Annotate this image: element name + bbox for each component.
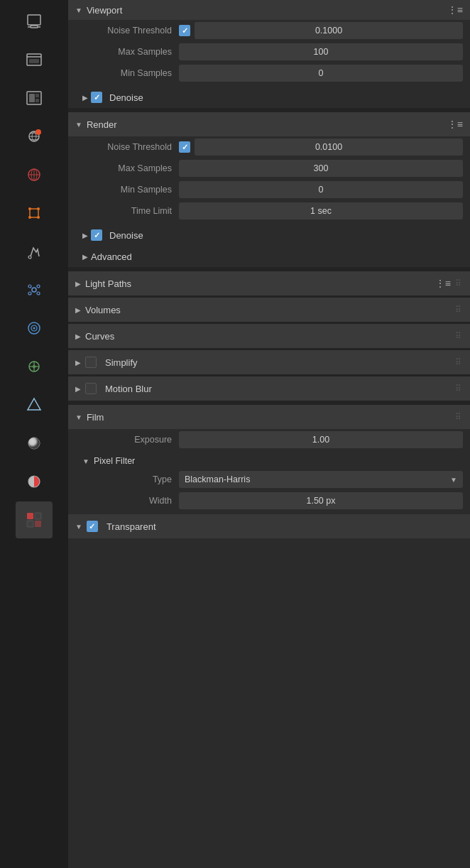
render-section: ▼ Render ⋮≡ Noise Threshold ✓ 0.0100 Max… [68, 112, 470, 267]
simplify-title: Simplify [105, 357, 138, 368]
motion-blur-section[interactable]: ▶ Motion Blur ⠿ [68, 376, 470, 401]
svg-rect-8 [29, 94, 35, 102]
sidebar-item-constraints[interactable] [16, 348, 53, 385]
render-max-samples-label: Max Samples [80, 163, 179, 173]
sidebar [0, 0, 68, 868]
render-denoise-row[interactable]: ▶ ✓ Denoise [68, 224, 470, 246]
simplify-checkbox[interactable] [85, 357, 97, 368]
viewport-max-samples-value[interactable]: 100 [179, 43, 463, 60]
volumes-title: Volumes [85, 305, 121, 315]
film-type-row: Type Blackman-Harris ▼ [68, 469, 470, 490]
viewport-min-samples-row: Min Samples 0 [68, 63, 470, 84]
viewport-max-samples-label: Max Samples [80, 47, 179, 57]
viewport-menu-icon[interactable]: ⋮≡ [447, 4, 463, 16]
svg-rect-10 [35, 99, 39, 102]
sidebar-item-output[interactable] [16, 41, 53, 78]
film-type-dropdown[interactable]: Blackman-Harris ▼ [179, 471, 463, 488]
volumes-section[interactable]: ▶ Volumes ⠿ [68, 298, 470, 322]
render-icon [24, 11, 44, 31]
render-advanced-arrow: ▶ [82, 253, 88, 261]
dropdown-chevron-icon: ▼ [450, 476, 457, 484]
simplify-section[interactable]: ▶ Simplify ⠿ [68, 350, 470, 374]
svg-point-19 [28, 207, 31, 210]
viewport-min-samples-value[interactable]: 0 [179, 65, 463, 82]
render-denoise-arrow: ▶ [82, 232, 88, 239]
svg-rect-0 [28, 15, 40, 25]
render-menu-icon[interactable]: ⋮≡ [447, 119, 463, 130]
physics-icon [24, 318, 44, 338]
output-icon [24, 50, 44, 70]
sidebar-item-particles[interactable] [16, 271, 53, 308]
film-width-row: Width 1.50 px [68, 490, 470, 511]
svg-rect-41 [27, 521, 33, 527]
render-props-icon [24, 510, 44, 530]
film-width-value[interactable]: 1.50 px [179, 492, 463, 509]
film-header[interactable]: ▼ Film ⠿ [68, 405, 470, 429]
main-content: ▼ Viewport ⋮≡ Noise Threshold ✓ 0.1000 M… [68, 0, 470, 868]
render-max-samples-value[interactable]: 300 [179, 160, 463, 177]
viewport-noise-threshold-checkbox[interactable]: ✓ [179, 25, 190, 36]
render-collapse-arrow: ▼ [75, 121, 82, 129]
render-noise-threshold-label: Noise Threshold [80, 142, 179, 152]
sidebar-item-render-props[interactable] [16, 501, 53, 538]
render-time-limit-label: Time Limit [80, 206, 179, 216]
pixel-filter-header[interactable]: ▼ Pixel Filter [68, 453, 470, 469]
light-paths-grid-icon: ⠿ [455, 278, 463, 288]
motion-blur-arrow: ▶ [75, 385, 81, 393]
viewport-noise-threshold-value[interactable]: 0.1000 [195, 22, 463, 39]
viewport-header[interactable]: ▼ Viewport ⋮≡ [68, 0, 470, 20]
sidebar-item-shader[interactable] [16, 463, 53, 500]
viewport-denoise-checkbox[interactable]: ✓ [91, 92, 102, 103]
sidebar-item-world[interactable] [16, 156, 53, 193]
viewport-noise-threshold-label: Noise Threshold [80, 26, 179, 36]
film-exposure-row: Exposure 1.00 [68, 429, 470, 450]
render-min-samples-value[interactable]: 0 [179, 181, 463, 198]
sidebar-item-material[interactable] [16, 425, 53, 462]
viewport-noise-threshold-row: Noise Threshold ✓ 0.1000 [68, 20, 470, 41]
constraints-icon [24, 357, 44, 376]
film-exposure-value[interactable]: 1.00 [179, 431, 463, 448]
sidebar-item-modifier[interactable] [16, 233, 53, 270]
shader-icon [24, 472, 44, 492]
curves-grid-icon: ⠿ [455, 331, 463, 341]
svg-marker-36 [28, 398, 40, 410]
light-paths-title: Light Paths [85, 278, 131, 289]
scene-icon [24, 126, 44, 146]
render-header[interactable]: ▼ Render ⋮≡ [68, 112, 470, 136]
svg-point-35 [33, 365, 36, 369]
render-advanced-row[interactable]: ▶ Advanced [68, 246, 470, 267]
sidebar-item-viewlayer[interactable] [16, 80, 53, 116]
viewport-collapse-arrow: ▼ [75, 6, 82, 14]
film-transparent-checkbox[interactable]: ✓ [87, 521, 98, 532]
motion-blur-grid-icon: ⠿ [455, 384, 463, 394]
render-noise-threshold-checkbox[interactable]: ✓ [179, 141, 190, 153]
film-title: Film [87, 412, 104, 423]
sidebar-item-scene[interactable] [16, 118, 53, 155]
svg-rect-6 [29, 59, 39, 63]
film-transparent-row[interactable]: ▼ ✓ Transparent [68, 514, 470, 538]
curves-title: Curves [85, 331, 114, 342]
film-grid-icon: ⠿ [455, 412, 463, 422]
film-section: ▼ Film ⠿ Exposure 1.00 ▼ Pixel Filter Ty… [68, 405, 470, 538]
light-paths-menu[interactable]: ⋮≡ [435, 278, 451, 289]
render-denoise-checkbox[interactable]: ✓ [91, 229, 102, 241]
transparent-arrow: ▼ [75, 523, 82, 531]
film-type-value: Blackman-Harris [185, 474, 250, 484]
render-min-samples-row: Min Samples 0 [68, 179, 470, 200]
render-noise-threshold-value[interactable]: 0.0100 [195, 139, 463, 156]
viewport-title: Viewport [87, 5, 122, 16]
light-paths-section[interactable]: ▶ Light Paths ⋮≡ ⠿ [68, 271, 470, 295]
curves-section[interactable]: ▶ Curves ⠿ [68, 324, 470, 348]
sidebar-item-render[interactable] [16, 3, 53, 40]
viewlayer-icon [24, 88, 44, 108]
svg-rect-1 [31, 26, 38, 28]
svg-point-31 [33, 327, 35, 330]
sidebar-item-data[interactable] [16, 386, 53, 423]
data-icon [24, 395, 44, 415]
motion-blur-checkbox[interactable] [85, 383, 97, 394]
viewport-denoise-row[interactable]: ▶ ✓ Denoise [68, 87, 470, 108]
render-time-limit-value[interactable]: 1 sec [179, 202, 463, 219]
sidebar-item-physics[interactable] [16, 310, 53, 347]
sidebar-item-object[interactable] [16, 195, 53, 232]
svg-point-22 [37, 216, 40, 219]
